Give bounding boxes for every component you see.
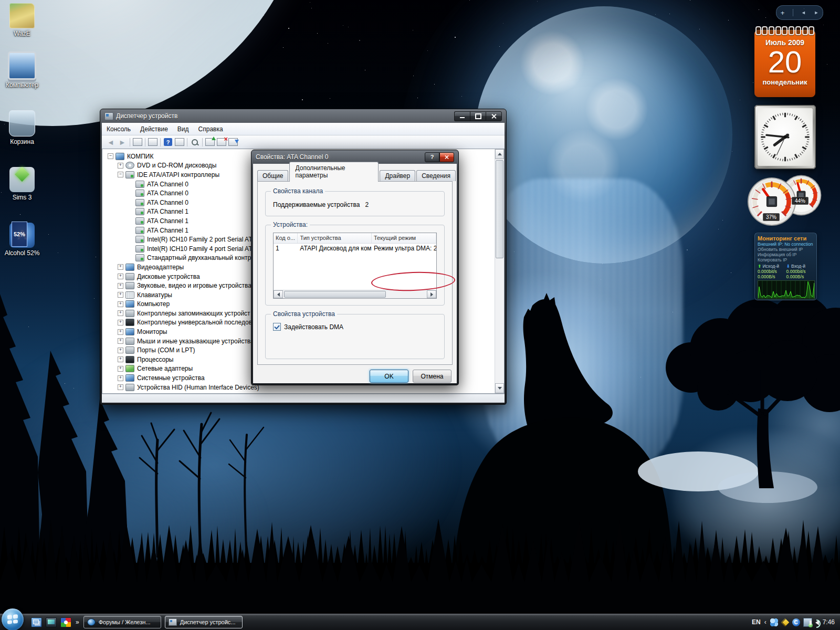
desktop-icon-sims3[interactable]: Sims 3 (0, 167, 44, 201)
expand-icon[interactable]: + (118, 301, 123, 307)
clock-gadget[interactable] (754, 105, 816, 169)
punto-switcher-icon[interactable] (781, 618, 789, 626)
picasa-icon[interactable] (60, 617, 71, 627)
scrollbar-thumb[interactable] (496, 160, 503, 258)
expand-icon[interactable]: + (118, 274, 123, 279)
calendar-gadget[interactable]: Июль 2009 20 понедельник (754, 30, 815, 97)
add-gadget-button[interactable]: + (781, 9, 785, 17)
taskbar-clock[interactable]: 7:46 (823, 618, 835, 626)
prev-gadgets-button[interactable]: ◄ (801, 10, 806, 15)
scan-changes-icon[interactable] (227, 137, 239, 148)
expand-icon[interactable]: + (118, 310, 123, 316)
cancel-button[interactable]: Отмена (413, 370, 452, 383)
comodo-icon[interactable]: C (792, 618, 800, 626)
menu-действие[interactable]: Действие (135, 124, 173, 134)
devices-list[interactable]: Код о...Тип устройстваТекущий режим 1ATA… (273, 233, 437, 299)
tree-item-label: DVD и CD-ROM дисководы (137, 162, 216, 169)
collapse-icon[interactable]: − (108, 153, 113, 159)
close-button[interactable] (486, 111, 502, 121)
column-header[interactable]: Текущий режим (372, 233, 436, 243)
tree-item-label: Порты (COM и LPT) (137, 346, 195, 354)
scroll-up-button[interactable] (495, 149, 504, 159)
vertical-scrollbar[interactable] (495, 149, 504, 393)
expand-icon[interactable]: + (118, 348, 123, 353)
desktop-icon-recycle-bin[interactable]: Корзина (0, 110, 44, 145)
scrollbar-thumb[interactable] (284, 291, 386, 298)
help-button[interactable]: ? (425, 152, 439, 162)
enable-dma-checkbox[interactable] (273, 323, 281, 331)
console-tree-icon[interactable] (132, 137, 143, 148)
minimize-button[interactable] (454, 111, 470, 121)
expand-icon[interactable]: + (118, 320, 123, 326)
desktop-icon-label: Alcohol 52% (0, 249, 44, 257)
next-gadgets-button[interactable]: ► (814, 10, 818, 15)
language-indicator[interactable]: EN (752, 618, 761, 626)
volume-icon[interactable] (815, 620, 819, 625)
quick-launch-overflow-chevron[interactable]: » (76, 618, 79, 626)
forward-icon[interactable]: ► (117, 137, 128, 148)
ide-controller-icon (135, 227, 144, 234)
desktop-icon-computer[interactable]: Компьютер (0, 51, 44, 89)
scroll-right-button[interactable] (427, 290, 436, 298)
right-arrow-icon (430, 292, 433, 297)
collapse-icon[interactable]: − (118, 172, 123, 177)
expand-icon[interactable]: + (118, 264, 123, 270)
ok-button[interactable]: OK (370, 370, 408, 383)
desktop-icon-alcohol[interactable]: A52%Alcohol 52% (0, 223, 44, 257)
dialog-close-button[interactable] (439, 152, 454, 162)
cpu-meter-gadget[interactable]: 44% 37% (746, 172, 824, 230)
expand-icon[interactable]: + (118, 366, 123, 372)
device-manager-titlebar[interactable]: Диспетчер устройств (100, 109, 506, 123)
expand-icon[interactable]: + (118, 329, 123, 335)
close-icon (445, 155, 449, 159)
tray-collapse-arrow[interactable]: ‹ (764, 618, 766, 626)
network-monitor-gadget[interactable]: Мониторинг сети Внешний IP: No connectio… (754, 233, 817, 300)
expand-icon[interactable]: + (118, 338, 123, 344)
uninstall-icon[interactable] (216, 137, 227, 148)
expand-icon[interactable]: + (118, 384, 123, 390)
expand-icon[interactable]: + (118, 356, 123, 362)
ata-properties-dialog: Свойства: ATA Channel 0 ? ОбщиеДополните… (251, 150, 459, 385)
network-link[interactable]: Информация об IP (758, 252, 814, 257)
tree-item-label: Системные устройства (137, 374, 205, 382)
task-button[interactable]: Форумы / Железн... (83, 616, 161, 628)
expand-icon[interactable]: + (118, 283, 123, 289)
network-link[interactable]: Обновить внешний IP (758, 247, 814, 252)
tree-item-label: Компьютер (137, 300, 170, 308)
menu-вид[interactable]: Вид (173, 124, 194, 134)
tab-сведения[interactable]: Сведения (416, 170, 456, 181)
back-icon[interactable]: ◄ (105, 137, 117, 148)
update-driver-icon[interactable] (204, 137, 216, 148)
desktop-icon-waze[interactable]: WazE (0, 3, 44, 37)
expand-icon[interactable]: + (118, 163, 123, 169)
column-header[interactable]: Тип устройства (298, 233, 371, 243)
help-icon[interactable]: ? (162, 137, 174, 148)
search-icon[interactable] (189, 137, 201, 148)
scroll-down-button[interactable] (495, 383, 504, 393)
show-desktop-icon[interactable] (46, 617, 57, 627)
ide-controller-icon (135, 181, 144, 188)
tab-общие[interactable]: Общие (257, 170, 288, 181)
task-button[interactable]: Диспетчер устройс... (165, 616, 243, 628)
window-list-icon[interactable] (174, 137, 185, 148)
desktop-icon-label: Sims 3 (0, 194, 44, 201)
start-button[interactable] (2, 608, 24, 630)
properties-icon[interactable] (147, 137, 159, 148)
column-header[interactable]: Код о... (274, 233, 298, 243)
maximize-button[interactable] (470, 111, 486, 121)
scroll-left-button[interactable] (274, 290, 283, 298)
list-header[interactable]: Код о...Тип устройстваТекущий режим (274, 233, 436, 244)
expand-icon[interactable]: + (118, 375, 123, 381)
keyboard-icon (125, 291, 134, 299)
expand-icon[interactable]: + (118, 292, 123, 298)
switch-windows-icon[interactable] (31, 617, 42, 627)
pinwheel-icon[interactable] (770, 618, 778, 626)
horizontal-scrollbar[interactable] (274, 290, 436, 298)
tab-дополнительные-параметры[interactable]: Дополнительные параметры (289, 162, 379, 182)
menu-справка[interactable]: Справка (194, 124, 228, 134)
cpu-icon (125, 356, 134, 363)
tab-драйвер[interactable]: Драйвер (380, 170, 415, 181)
device-row[interactable]: 1ATAPI Дисковод для ком...Режим ультра D… (274, 244, 436, 253)
menu-консоль[interactable]: Консоль (102, 124, 135, 134)
network-link[interactable]: Копировать IP (758, 257, 814, 262)
